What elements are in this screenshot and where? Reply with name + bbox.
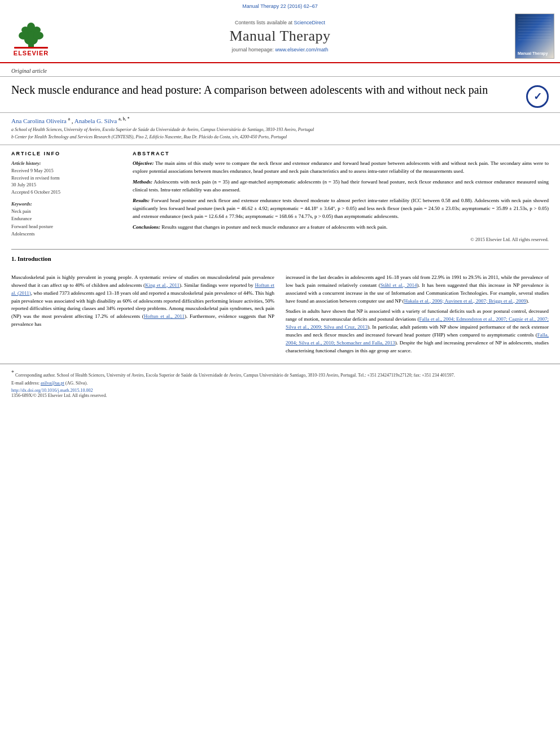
- methods-text: Adolescents with neck pain (n = 35) and …: [133, 179, 549, 193]
- revised-label: Received in revised form: [11, 174, 124, 182]
- author-2-name[interactable]: Anabela G. Silva: [75, 117, 117, 124]
- article-info-abstract: ARTICLE INFO Article history: Received 9…: [0, 145, 560, 249]
- revised-date: 30 July 2015: [11, 181, 124, 189]
- elsevier-tree-icon: [11, 16, 51, 50]
- author-2-sup: a, b, *: [119, 116, 130, 121]
- crossmark-icon: ✓: [533, 90, 542, 103]
- abstract-methods: Methods: Adolescents with neck pain (n =…: [133, 178, 549, 194]
- affiliation-1: a School of Health Sciences, University …: [11, 126, 549, 133]
- ref-falla-controls[interactable]: Falla, 2004; Silva et al., 2010; Schomac…: [286, 332, 549, 346]
- conclusions-label: Conclusions:: [133, 224, 160, 230]
- elsevier-logo-block: ELSEVIER: [6, 16, 56, 56]
- author-1-sup: a: [68, 116, 71, 121]
- results-text: Forward head posture and neck flexor and…: [133, 198, 549, 219]
- conclusions-text: Results suggest that changes in posture …: [161, 224, 387, 230]
- abstract-heading: ABSTRACT: [133, 151, 549, 156]
- intro-number: 1.: [11, 255, 16, 262]
- intro-section: 1. Introduction: [0, 250, 560, 271]
- contents-available-text: Contents lists available at ScienceDirec…: [56, 20, 504, 25]
- results-label: Results:: [133, 198, 150, 203]
- affiliation-2: b Center for Health Technology and Servi…: [11, 134, 549, 140]
- objective-label: Objective:: [133, 160, 154, 166]
- received-date: Received 9 May 2015: [11, 167, 124, 174]
- affiliations-block: a School of Health Sciences, University …: [11, 126, 549, 140]
- abstract-conclusions: Conclusions: Results suggest that change…: [133, 224, 549, 231]
- issn-line: 1356-689X/© 2015 Elsevier Ltd. All right…: [11, 393, 549, 398]
- keyword-1: Neck pain: [11, 208, 124, 216]
- journal-cover: Manual Therapy: [504, 14, 554, 59]
- history-label: Article history:: [11, 160, 124, 167]
- keywords-group: Keywords: Neck pain Endurance Forward he…: [11, 200, 124, 238]
- journal-header-main: ELSEVIER Contents lists available at Sci…: [0, 11, 560, 62]
- elsevier-wordmark: ELSEVIER: [14, 50, 49, 56]
- intro-para-2: increased in the last decades in adolesc…: [286, 274, 549, 305]
- intro-title: Introduction: [18, 255, 51, 262]
- journal-citation: Manual Therapy 22 (2016) 62–67: [0, 3, 560, 9]
- ref-king-2011[interactable]: King et al., 2011: [145, 282, 180, 288]
- abstract-text: Objective: The main aims of this study w…: [133, 160, 549, 243]
- footnote-star: *: [11, 369, 14, 375]
- footnote-email: E-mail address: asilva@ua.pt (AG. Silva)…: [11, 380, 549, 386]
- cover-title: Manual Therapy: [518, 51, 548, 56]
- objective-text: The main aims of this study were to comp…: [133, 160, 549, 174]
- abstract-results: Results: Forward head posture and neck f…: [133, 197, 549, 221]
- abstract-col: ABSTRACT Objective: The main aims of thi…: [133, 151, 549, 243]
- accepted-date: Accepted 6 October 2015: [11, 189, 124, 196]
- svg-point-7: [33, 27, 41, 33]
- article-history: Article history: Received 9 May 2015 Rec…: [11, 160, 124, 238]
- ref-stahl-2014[interactable]: Ståhl et al., 2014: [380, 282, 417, 288]
- ref-hoftun-2011b[interactable]: Hoftun et al., 2011: [144, 313, 185, 319]
- intro-heading: 1. Introduction: [11, 255, 549, 262]
- crossmark-badge: ✓: [526, 85, 549, 108]
- corresponding-email[interactable]: asilva@ua.pt: [41, 381, 64, 386]
- footnote-text: Corresponding author. School of Health S…: [15, 373, 455, 378]
- keyword-4: Adolescents: [11, 230, 124, 238]
- methods-label: Methods:: [133, 179, 152, 185]
- sciencedirect-link[interactable]: ScienceDirect: [294, 20, 326, 25]
- article-type: Original article: [0, 63, 560, 77]
- authors-line: Ana Carolina Oliveira a , Anabela G. Sil…: [11, 116, 549, 124]
- article-footer: * Corresponding author. School of Health…: [0, 364, 560, 403]
- email-label: E-mail address:: [11, 381, 40, 386]
- article-info-col: ARTICLE INFO Article history: Received 9…: [11, 151, 124, 243]
- author-1-name[interactable]: Ana Carolina Oliveira: [11, 117, 67, 124]
- intro-para-1: Musculoskeletal pain is highly prevalent…: [11, 274, 274, 329]
- journal-homepage: journal homepage: www.elsevier.com/math: [56, 47, 504, 53]
- authors-section: Ana Carolina Oliveira a , Anabela G. Sil…: [0, 113, 560, 145]
- intro-right-col: increased in the last decades in adolesc…: [286, 274, 549, 358]
- keywords-label: Keywords:: [11, 200, 124, 208]
- article-title: Neck muscle endurance and head posture: …: [11, 82, 526, 97]
- article-info-heading: ARTICLE INFO: [11, 151, 124, 156]
- keyword-3: Forward head posture: [11, 223, 124, 231]
- svg-rect-8: [14, 47, 48, 49]
- copyright-line: © 2015 Elsevier Ltd. All rights reserved…: [133, 236, 549, 243]
- footnote-corresponding: * Corresponding author. School of Health…: [11, 369, 549, 378]
- journal-title: Manual Therapy: [56, 28, 504, 45]
- keyword-2: Endurance: [11, 215, 124, 223]
- doi-line[interactable]: http://dx.doi.org/10.1016/j.math.2015.10…: [11, 388, 549, 393]
- intro-body: Musculoskeletal pain is highly prevalent…: [0, 271, 560, 364]
- intro-left-col: Musculoskeletal pain is highly prevalent…: [11, 274, 274, 358]
- ref-hoftun-2011a[interactable]: Hoftun et al. (2011): [11, 282, 274, 296]
- journal-header: Manual Therapy 22 (2016) 62–67 ELSEVIER: [0, 0, 560, 63]
- svg-point-6: [21, 27, 29, 33]
- ref-hakala-2006[interactable]: Hakala et al., 2006; Auvinen et al., 200…: [404, 298, 526, 304]
- journal-title-block: Contents lists available at ScienceDirec…: [56, 20, 504, 53]
- intro-para-3: Studies in adults have shown that NP is …: [286, 308, 549, 355]
- abstract-objective: Objective: The main aims of this study w…: [133, 160, 549, 176]
- journal-url[interactable]: www.elsevier.com/math: [275, 47, 329, 53]
- article-title-section: Neck muscle endurance and head posture: …: [0, 77, 560, 113]
- email-suffix: (AG. Silva).: [65, 381, 88, 386]
- ref-falla-2004[interactable]: Falla et al., 2004; Edmondston et al., 2…: [286, 316, 549, 330]
